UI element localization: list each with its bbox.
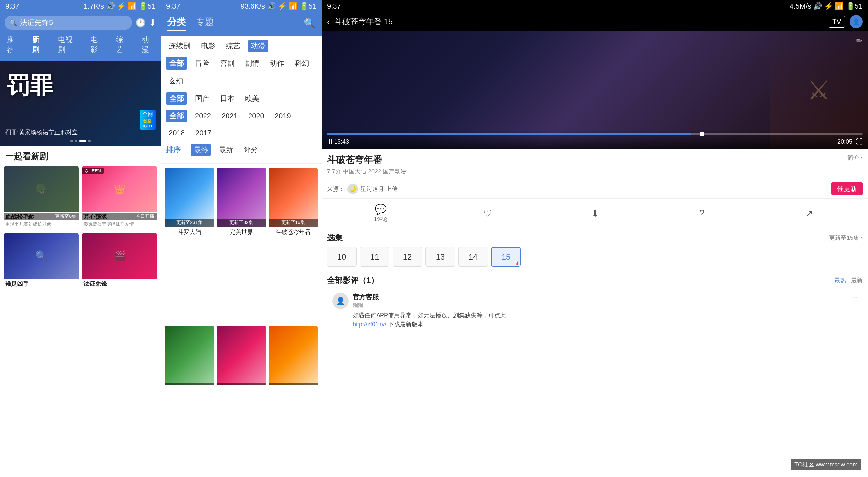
filter-genre-label[interactable]: 全部	[166, 57, 187, 70]
reviewer-time: 刚刚	[352, 302, 847, 309]
action-share[interactable]: ↗	[756, 208, 863, 219]
search-bar-1: 🔍 法证先锋5 🕐 ⬇	[0, 12, 161, 33]
pause-icon[interactable]: ⏸	[327, 137, 334, 146]
filter-type-lianxuju[interactable]: 连续剧	[166, 40, 193, 52]
source-row: 来源： 🌙 星河落月 上传 催更新	[322, 179, 868, 199]
hero-banner[interactable]: 罚罪 全网 独播 iQIYI 罚罪:黄景瑜杨祐宁正邪对立	[0, 61, 161, 146]
filter-type-zongyi[interactable]: 综艺	[223, 40, 243, 52]
intro-link[interactable]: 简介 ›	[847, 154, 863, 161]
filter-year-2019[interactable]: 2019	[272, 110, 293, 122]
list-item[interactable]: 更新至231集 斗罗大陆	[165, 168, 214, 323]
filter-genre-xiju[interactable]: 喜剧	[217, 57, 237, 70]
list-item[interactable]: 更新至82集 完美世界	[217, 168, 266, 323]
reviews-tab-new[interactable]: 最新	[851, 276, 863, 284]
action-like[interactable]: ♡	[434, 208, 541, 219]
list-item[interactable]	[165, 326, 214, 473]
video-title-main: 斗破苍穹年番	[327, 154, 863, 166]
update-button[interactable]: 催更新	[831, 182, 863, 195]
filter-genre-kehuan[interactable]: 科幻	[292, 57, 312, 70]
panel2-search-icon[interactable]: 🔍	[304, 18, 315, 29]
list-item[interactable]: 👑 QUEEN 今日开播 芳心荡漾 秦岚蓝盈莹演绎抓马爱情	[82, 166, 157, 229]
list-item[interactable]	[217, 326, 266, 473]
video-player[interactable]: ⚔ ✏ ⏸ 13:43 20:05 ⛶	[322, 31, 868, 149]
list-item[interactable]: 🎬 法证先锋	[82, 233, 157, 289]
filter-sort-zuire[interactable]: 最热	[191, 144, 211, 156]
filter-genre-xuanhuan[interactable]: 玄幻	[166, 75, 186, 87]
tv-icon-button[interactable]: TV	[829, 16, 845, 28]
share-icon: ↗	[805, 208, 813, 219]
episode-15[interactable]: 15 📊	[491, 247, 521, 267]
nav-dianshiju[interactable]: 电视剧	[55, 33, 81, 58]
list-item[interactable]: 🪖 更新至6集 血战松毛岭 重现平凡英雄成长群像	[4, 166, 79, 229]
reviews-tab-hot[interactable]: 最热	[835, 276, 846, 284]
media-update-4	[165, 383, 214, 385]
list-item[interactable]: 更新至16集 斗破苍穹年番	[269, 168, 318, 323]
panel-1: 9:37 1.7K/s 🔊 ⚡ 📶 🔋51 🔍 法证先锋5 🕐 ⬇ 推荐 新剧 …	[0, 0, 161, 477]
episodes-more[interactable]: 更新至15集 ›	[829, 234, 863, 242]
filter-sort-zuixin[interactable]: 最新	[216, 144, 236, 156]
tab-classify[interactable]: 分类	[167, 16, 186, 31]
review-menu[interactable]: ···	[851, 293, 858, 329]
filter-region-oumei[interactable]: 欧美	[242, 92, 262, 105]
media-update-2: 更新至82集	[217, 219, 266, 227]
history-icon[interactable]: 🕐	[135, 18, 146, 28]
episode-14[interactable]: 14	[458, 247, 488, 267]
download-icon[interactable]: ⬇	[149, 18, 156, 28]
progress-bar[interactable]	[327, 133, 863, 135]
avatar-button[interactable]: 👤	[849, 15, 863, 28]
filter-year-2018[interactable]: 2018	[166, 127, 187, 139]
list-item[interactable]	[269, 326, 318, 473]
card-desc-1: 重现平凡英雄成长群像	[4, 221, 79, 229]
media-card-img-4	[165, 326, 214, 385]
filter-genre-dongzuo[interactable]: 动作	[267, 57, 287, 70]
media-card-img-6	[269, 326, 318, 385]
tab-topic[interactable]: 专题	[196, 16, 214, 31]
nav-xingju[interactable]: 新剧	[29, 33, 48, 58]
filter-year-2022[interactable]: 2022	[192, 110, 214, 122]
filter-sort-label: 排序	[166, 145, 186, 155]
nav-tuijian[interactable]: 推荐	[3, 33, 22, 58]
filter-region-guochan[interactable]: 国产	[192, 92, 212, 105]
action-comment[interactable]: 💬 1评论	[327, 203, 434, 223]
action-help[interactable]: ？	[648, 207, 755, 220]
card-update-1: 更新至6集	[4, 213, 79, 220]
filter-region-label[interactable]: 全部	[166, 92, 187, 105]
media-update-1: 更新至231集	[165, 219, 214, 227]
card-title-3: 谁是凶手	[4, 278, 79, 289]
filter-type-dianying[interactable]: 电影	[198, 40, 218, 52]
filter-genre-maoxian[interactable]: 冒险	[192, 57, 212, 70]
back-button[interactable]: ‹	[327, 17, 330, 27]
section-title: 一起看新剧	[0, 146, 161, 166]
filter-year-2020[interactable]: 2020	[246, 110, 267, 122]
filter-type-dongman[interactable]: 动漫	[248, 40, 268, 52]
nav-dianying[interactable]: 电影	[87, 33, 106, 58]
filter-sort-pingfen[interactable]: 评分	[241, 144, 261, 156]
filter-year-2017[interactable]: 2017	[193, 127, 214, 139]
episode-12[interactable]: 12	[393, 247, 422, 267]
media-title-1: 斗罗大陆	[165, 227, 214, 238]
uploader-name: 星河落月 上传	[361, 185, 398, 193]
media-update-3: 更新至16集	[269, 219, 318, 227]
nav-dongman[interactable]: 动漫	[138, 33, 158, 58]
filter-region-riben[interactable]: 日本	[217, 92, 237, 105]
card-desc-2: 秦岚蓝盈莹演绎抓马爱情	[82, 221, 157, 229]
list-item[interactable]: 🔍 谁是凶手	[4, 233, 79, 289]
episode-13[interactable]: 13	[426, 247, 455, 267]
action-download[interactable]: ⬇	[541, 208, 648, 219]
like-icon: ♡	[483, 208, 492, 219]
panel2-header: 分类 专题 🔍	[161, 12, 322, 36]
chart-icon: 📊	[514, 261, 519, 265]
time-row: ⏸ 13:43 20:05 ⛶	[327, 137, 863, 146]
filter-year-label[interactable]: 全部	[166, 110, 187, 122]
search-input-wrap[interactable]: 🔍 法证先锋5	[5, 16, 132, 30]
episode-11[interactable]: 11	[360, 247, 389, 267]
hero-subtitle: 罚罪:黄景瑜杨祐宁正邪对立	[5, 128, 78, 136]
filter-year-2021[interactable]: 2021	[219, 110, 240, 122]
nav-zongyi[interactable]: 综艺	[113, 33, 132, 58]
current-time: 13:43	[334, 138, 349, 145]
filter-genre-row: 全部 冒险 喜剧 剧情 动作 科幻 玄幻	[166, 57, 316, 87]
filter-genre-juqing[interactable]: 剧情	[242, 57, 262, 70]
episode-10[interactable]: 10	[327, 247, 356, 267]
fullscreen-icon[interactable]: ⛶	[856, 137, 863, 146]
edit-icon[interactable]: ✏	[856, 36, 863, 46]
